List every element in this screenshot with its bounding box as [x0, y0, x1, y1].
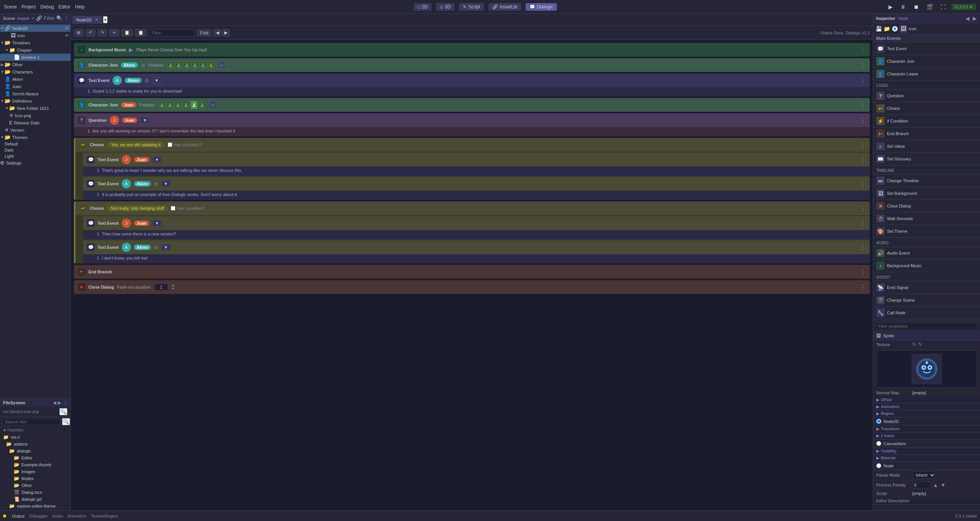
fs-item-example-assets[interactable]: 📂 Example Assets: [0, 461, 70, 468]
tree-item-new-folder[interactable]: ▼ 📂 New Folder 1621: [0, 105, 70, 112]
text-1-menu[interactable]: ⋮: [860, 77, 866, 84]
pos-pill-3[interactable]: [183, 61, 190, 69]
texture-refresh-btn[interactable]: ↻: [912, 341, 916, 347]
stop-button[interactable]: ⏹: [911, 3, 921, 11]
insp-event-condition[interactable]: ⚡ if Condition: [873, 115, 980, 127]
insp-event-choice[interactable]: ↩ Choice: [873, 102, 980, 115]
menu-debug[interactable]: Debug: [40, 4, 54, 10]
tree-item-dark-theme[interactable]: Dark: [0, 147, 70, 153]
char-join-2-flip[interactable]: ↔: [209, 101, 217, 109]
fs-item-nodes[interactable]: 📂 Nodes: [0, 475, 70, 482]
fullscreen-button[interactable]: ⛶: [938, 3, 948, 11]
inspector-tab[interactable]: Inspector: [876, 16, 895, 21]
nav-next-button[interactable]: ▶: [222, 29, 230, 36]
texture-edit-btn[interactable]: ✎: [918, 341, 922, 347]
tree-item-definitions[interactable]: ▼ 📂 Definitions: [0, 97, 70, 105]
inspector-nav-back[interactable]: ◀: [965, 15, 970, 21]
movie-button[interactable]: 🎬: [924, 3, 935, 11]
text-nested-4-dropdown[interactable]: ▼: [161, 244, 171, 251]
pos-pill-j1[interactable]: [158, 101, 165, 109]
mode-script-button[interactable]: ✎ Script: [459, 3, 484, 11]
offset-subsection[interactable]: ▶ Offset: [873, 397, 980, 403]
tree-item-timeline1[interactable]: 📄 timeline-1: [0, 54, 70, 61]
menu-editor[interactable]: Editor: [59, 4, 70, 10]
texture-region-tab[interactable]: TextureRegion: [91, 514, 118, 518]
question-dropdown[interactable]: ▼: [140, 117, 150, 124]
pos-pill-j6[interactable]: [199, 101, 206, 109]
fs-item-godot-plugin[interactable]: 📂 godot-plugin-refresher: [0, 510, 70, 510]
tree-item-release-date[interactable]: E Release Date: [0, 119, 70, 126]
close-dialog-spin-down[interactable]: ▼: [172, 287, 175, 291]
region-subsection[interactable]: ▶ Region: [873, 410, 980, 417]
animation-subsection[interactable]: ▶ Animation: [873, 403, 980, 410]
toolbar-cut-button[interactable]: ✂: [109, 29, 119, 36]
link-node-button[interactable]: 🔗: [36, 15, 42, 21]
gles-badge[interactable]: GLES3 ▼: [951, 4, 976, 10]
pos-pill-j5[interactable]: [191, 101, 198, 109]
text-nested-3-dropdown[interactable]: ▼: [152, 220, 162, 227]
menu-project[interactable]: Project: [21, 4, 36, 10]
toolbar-copy-button[interactable]: 📋: [121, 29, 133, 36]
insp-event-set-theme[interactable]: 🎨 Set Theme: [873, 225, 980, 238]
insp-event-emit-signal[interactable]: 📡 Emit Signal: [873, 281, 980, 294]
inspector-save-btn[interactable]: 💾: [875, 26, 882, 32]
fs-item-other-folder[interactable]: 📂 Other: [0, 482, 70, 489]
audio-tab[interactable]: Audio: [52, 514, 63, 518]
filesystem-search-btn[interactable]: 🔍: [62, 418, 70, 425]
insp-event-end-branch[interactable]: ⊢ End Branch: [873, 127, 980, 140]
process-priority-up[interactable]: ▲: [932, 482, 939, 488]
tree-item-akien[interactable]: 👤 Akien: [0, 75, 70, 83]
text-nested-3-menu[interactable]: ⋮: [860, 220, 866, 227]
end-branch-menu[interactable]: ⋮: [860, 268, 866, 276]
material-subsection[interactable]: ▶ Material: [873, 455, 980, 462]
tree-item-icon[interactable]: 🖼 icon 👁: [0, 32, 70, 39]
toolbar-paste-button[interactable]: 📋: [135, 29, 147, 36]
tree-item-other[interactable]: ▶ 📂 Other: [0, 61, 70, 68]
mode-2d-button[interactable]: □ 2D: [414, 3, 432, 11]
add-tab-button[interactable]: +: [103, 16, 108, 23]
tree-item-light-theme[interactable]: Light: [0, 153, 70, 159]
insp-event-question[interactable]: ? Question: [873, 90, 980, 102]
pos-pill-j2[interactable]: [167, 101, 173, 109]
pos-pill-j4[interactable]: [183, 101, 189, 109]
tree-item-version[interactable]: ✕ Version: [0, 126, 70, 134]
insp-event-bg-music[interactable]: ♪ Background Music: [873, 260, 980, 272]
filesystem-search-input[interactable]: [2, 418, 60, 425]
pos-pill-2[interactable]: [175, 61, 182, 69]
tab-node2d[interactable]: Node2D ✕: [72, 16, 102, 24]
toolbar-undo-button[interactable]: ↶: [86, 29, 95, 36]
z-index-subsection[interactable]: ▶ Z Index: [873, 433, 980, 439]
tree-item-timelines[interactable]: ▼ 📂 Timelines: [0, 39, 70, 46]
add-node-button[interactable]: +: [31, 15, 34, 21]
animation-tab[interactable]: Animation: [68, 514, 87, 518]
fs-item-images[interactable]: 📂 Images: [0, 468, 70, 475]
text-nested-1-menu[interactable]: ⋮: [860, 156, 866, 163]
bg-music-menu[interactable]: ⋮: [860, 46, 866, 54]
tree-item-characters[interactable]: ▼ 📂 Characters: [0, 68, 70, 75]
import-tab[interactable]: Import: [17, 16, 29, 21]
tree-item-chapter[interactable]: ▼ 📁 Chapter: [0, 46, 70, 54]
fs-item-dialogic-gd[interactable]: 📜 dialogic.gd: [0, 496, 70, 503]
insp-event-char-join[interactable]: 👤 Character Join: [873, 55, 980, 68]
visibility-subsection[interactable]: ▶ Visibility: [873, 448, 980, 455]
online-docs-link[interactable]: Online Docs: [820, 31, 843, 35]
choice-2-text-btn[interactable]: Not really, only merging stuff: [107, 205, 168, 211]
output-tab[interactable]: Output: [12, 514, 24, 518]
text-nested-2-menu[interactable]: ⋮: [860, 180, 866, 188]
fs-item-editor[interactable]: 📂 Editor: [0, 454, 70, 461]
icon-eye-icon[interactable]: 👁: [65, 33, 69, 38]
inspector-folder-btn[interactable]: 📁: [884, 26, 890, 32]
filesystem-search-button[interactable]: 🔍: [59, 408, 67, 415]
insp-event-set-glossary[interactable]: 📖 Set Glossary: [873, 153, 980, 165]
play-button[interactable]: ▶: [886, 3, 895, 11]
mode-3d-button[interactable]: ◇ 3D: [436, 3, 454, 11]
insp-event-call-node[interactable]: 🔧 Call Node: [873, 307, 980, 319]
fs-item-addons[interactable]: 📂 addons: [0, 441, 70, 448]
choice-1-menu[interactable]: ⋮: [860, 141, 866, 149]
scene-tab[interactable]: Scene: [3, 16, 15, 21]
node-radio[interactable]: [876, 463, 881, 468]
fold-button[interactable]: Fold: [197, 29, 211, 36]
pos-pill-j3[interactable]: [175, 101, 181, 109]
close-dialog-fade-input[interactable]: [155, 284, 168, 291]
process-priority-down[interactable]: ▼: [940, 482, 947, 488]
